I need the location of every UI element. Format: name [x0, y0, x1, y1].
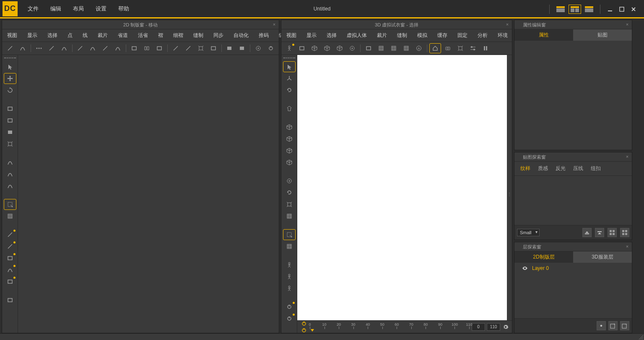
sd2d-a[interactable] [4, 157, 16, 167]
window-close[interactable] [629, 5, 638, 14]
layout-3d-only[interactable] [583, 5, 595, 13]
texture-tab-1[interactable]: 质感 [535, 163, 551, 174]
menu2d-3[interactable]: 点 [68, 32, 73, 39]
panel-3d-drag-handle[interactable]: ⋮ [507, 55, 512, 333]
tool-3d-2[interactable] [296, 44, 307, 53]
sd3d-t4[interactable] [283, 211, 295, 221]
tool-2d-17[interactable] [224, 44, 235, 53]
panel-3d-close[interactable]: × [504, 21, 510, 27]
sd3d-grid2[interactable] [283, 241, 295, 251]
menu-layout[interactable]: 布局 [73, 5, 84, 13]
tab-2d-layer[interactable]: 2D制版层 [514, 251, 573, 263]
timeline-track[interactable]: 0102030405060708090100110 [310, 322, 470, 332]
texture-size-select[interactable]: Small [517, 229, 540, 236]
sd2d-exit[interactable] [4, 295, 16, 305]
tab-3d-layer[interactable]: 3D服装层 [573, 251, 632, 263]
tool-3d-5[interactable] [334, 44, 345, 53]
timeline-start[interactable]: 0 [472, 323, 485, 331]
tool-2d-14[interactable] [183, 44, 194, 53]
sd3d-b1[interactable] [283, 122, 295, 132]
tool-2d-19[interactable] [253, 44, 264, 53]
menu2d-7[interactable]: 活省 [138, 32, 148, 39]
sd2d-p1[interactable] [4, 230, 16, 240]
sd2d-rectf[interactable] [4, 127, 16, 137]
eye-icon[interactable] [522, 265, 528, 271]
tool-2d-7[interactable] [87, 44, 98, 53]
sd3d-select[interactable] [283, 62, 295, 72]
timeline-power[interactable] [300, 321, 308, 333]
tool-2d-9[interactable] [112, 44, 123, 53]
menu-edit[interactable]: 编辑 [50, 5, 61, 13]
sd3d-b3[interactable] [283, 146, 295, 156]
tool-2d-18[interactable] [236, 44, 247, 53]
window-minimize[interactable] [605, 5, 615, 14]
menu2d-12[interactable]: 自动化 [234, 32, 249, 39]
tool-2d-20[interactable] [265, 44, 276, 53]
menu2d-6[interactable]: 省道 [118, 32, 128, 39]
tool-2d-6[interactable] [75, 44, 86, 53]
sd3d-m3[interactable] [283, 283, 295, 293]
sd2d-p4[interactable] [4, 265, 16, 275]
sd2d-rect2[interactable] [4, 115, 16, 126]
menu2d-9[interactable]: 细褶 [173, 32, 183, 39]
layer-item[interactable]: Layer 0 [514, 263, 632, 274]
sd3d-t2[interactable] [283, 188, 295, 198]
texture-move-top[interactable] [595, 228, 604, 237]
menu2d-10[interactable]: 缝制 [193, 32, 203, 39]
tool-3d-fit[interactable] [455, 44, 466, 53]
tool-2d-11[interactable] [141, 44, 152, 53]
sd3d-m2[interactable] [283, 272, 295, 282]
sd2d-rotate[interactable] [4, 85, 16, 95]
sd3d-cloth[interactable] [283, 104, 295, 114]
sd3d-sel[interactable] [283, 230, 295, 240]
sd2d-fit[interactable] [4, 139, 16, 149]
tool-3d-auto[interactable]: A [413, 44, 424, 53]
tool-2d-15[interactable] [195, 44, 206, 53]
tool-2d-4[interactable] [46, 44, 57, 53]
sd2d-c[interactable] [4, 181, 16, 191]
menu-help[interactable]: 帮助 [118, 5, 129, 13]
menu2d-11[interactable]: 同步 [213, 32, 223, 39]
sd2d-rect[interactable] [4, 104, 16, 114]
menu-settings[interactable]: 设置 [96, 5, 106, 13]
texture-grid-a[interactable] [608, 228, 617, 237]
texture-tab-3[interactable]: 压线 [571, 163, 586, 174]
layout-2d-only[interactable] [555, 5, 566, 13]
tool-3d-3[interactable] [309, 44, 320, 53]
menu3d-1[interactable]: 显示 [306, 32, 317, 39]
tool-3d-8[interactable] [376, 44, 387, 53]
tab-texture[interactable]: 贴图 [573, 29, 632, 41]
layer-add[interactable]: + [608, 321, 618, 330]
menu2d-0[interactable]: 视图 [7, 32, 17, 39]
sd3d-t1[interactable] [283, 176, 295, 186]
menu3d-10[interactable]: 环境 [498, 32, 508, 39]
tool-2d-12[interactable] [154, 44, 165, 53]
tool-2d-3[interactable] [34, 44, 44, 53]
sd3d-pw2[interactable] [283, 314, 295, 324]
panel-layer-close[interactable]: × [624, 243, 630, 249]
tool-3d-9[interactable] [388, 44, 399, 53]
menu3d-0[interactable]: 视图 [286, 32, 296, 39]
tab-property[interactable]: 属性 [514, 29, 573, 41]
menu3d-8[interactable]: 固定 [457, 32, 467, 39]
menu2d-5[interactable]: 裁片 [98, 32, 108, 39]
tool-3d-4[interactable] [322, 44, 332, 53]
tool-2d-1[interactable] [5, 44, 16, 53]
sd2d-select[interactable] [4, 62, 16, 72]
tool-3d-sliders[interactable] [467, 44, 478, 53]
tool-3d-7[interactable] [363, 44, 374, 53]
tool-3d-avatar[interactable] [284, 44, 295, 53]
sd3d-pw1[interactable] [283, 302, 295, 312]
timeline-settings[interactable] [502, 323, 509, 331]
tool-3d-pause[interactable] [480, 44, 491, 53]
menu2d-13[interactable]: 推码 [259, 32, 269, 39]
menu2d-2[interactable]: 选择 [47, 32, 57, 39]
tool-2d-2[interactable] [17, 44, 28, 53]
sd3d-t3[interactable] [283, 199, 295, 209]
panel-property-close[interactable]: × [624, 21, 630, 27]
resize-grip-icon[interactable] [639, 335, 643, 340]
tool-2d-5[interactable] [59, 44, 70, 53]
sd2d-grid[interactable] [4, 211, 16, 221]
layout-split[interactable] [569, 5, 581, 13]
sd2d-b[interactable] [4, 169, 16, 179]
